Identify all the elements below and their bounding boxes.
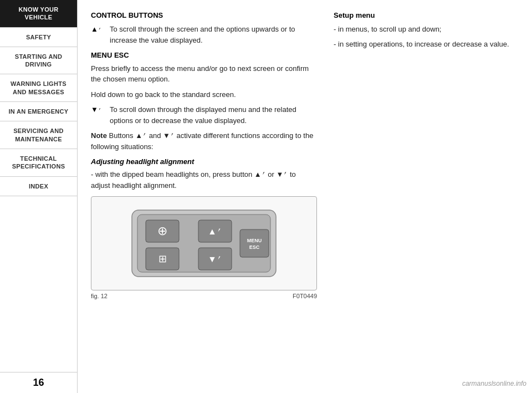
sidebar-item-technical[interactable]: TECHNICAL SPECIFICATIONS (0, 149, 77, 177)
figure-caption-row: fig. 12 F0T0449 (91, 293, 317, 299)
sidebar-item-index[interactable]: INDEX (0, 177, 77, 196)
svg-text:▼⎖: ▼⎖ (208, 254, 222, 264)
right-column: Setup menu - in menus, to scroll up and … (334, 11, 519, 382)
setup-menu-title: Setup menu (334, 11, 519, 19)
up-button-icon: ▲⎖ (91, 25, 106, 33)
sidebar-label-starting-driving: STARTING AND DRIVING (15, 53, 62, 68)
sidebar-label-warning-lights: WARNING LIGHTS AND MESSAGES (11, 80, 66, 95)
menu-esc-description-2: Hold down to go back to the standard scr… (91, 89, 317, 100)
control-buttons-title: CONTROL BUTTONS (91, 11, 317, 19)
up-button-row: ▲⎖ To scroll through the screen and the … (91, 24, 317, 45)
adjusting-description: - with the dipped beam headlights on, pr… (91, 169, 317, 191)
svg-rect-10 (240, 229, 269, 257)
main-content: CONTROL BUTTONS ▲⎖ To scroll through the… (78, 0, 532, 393)
setup-line-2: - in setting operations, to increase or … (334, 39, 519, 50)
sidebar-label-emergency: IN AN EMERGENCY (9, 108, 69, 115)
menu-esc-description-1: Press briefly to access the menu and/or … (91, 63, 317, 85)
note-text: Note Buttons ▲⎖ and ▼⎖ activate differen… (91, 130, 317, 152)
sidebar-item-safety[interactable]: SAFETY (0, 28, 77, 47)
down-button-row: ▼⎖ To scroll down through the displayed … (91, 104, 317, 126)
sidebar-label-safety: SAFETY (26, 34, 51, 40)
figure-code: F0T0449 (293, 293, 317, 299)
up-button-description: To scroll through the screen and the opt… (110, 24, 317, 45)
setup-list: - in menus, to scroll up and down; - in … (334, 24, 519, 50)
sidebar-label-index: INDEX (29, 183, 48, 190)
sidebar-label-technical: TECHNICAL SPECIFICATIONS (12, 155, 65, 170)
sidebar-item-emergency[interactable]: IN AN EMERGENCY (0, 102, 77, 121)
adjusting-title: Adjusting headlight alignment (91, 157, 317, 166)
sidebar: KNOW YOUR VEHICLE SAFETY STARTING AND DR… (0, 0, 78, 393)
figure-wrapper: ⊕ ▲⎖ ⊞ ▼⎖ MENU ESC fig. 12 (91, 196, 317, 299)
down-button-icon: ▼⎖ (91, 105, 106, 114)
sidebar-label-servicing: SERVICING AND MAINTENANCE (13, 127, 64, 142)
svg-text:ESC: ESC (249, 244, 260, 250)
sidebar-item-servicing[interactable]: SERVICING AND MAINTENANCE (0, 121, 77, 149)
sidebar-item-warning-lights[interactable]: WARNING LIGHTS AND MESSAGES (0, 74, 77, 102)
svg-text:⊞: ⊞ (158, 253, 167, 264)
svg-text:▲⎖: ▲⎖ (208, 227, 222, 236)
setup-line-1: - in menus, to scroll up and down; (334, 24, 519, 35)
svg-text:MENU: MENU (247, 238, 262, 243)
sidebar-label-know-your-vehicle: KNOW YOUR VEHICLE (18, 6, 58, 21)
left-column: CONTROL BUTTONS ▲⎖ To scroll through the… (91, 11, 317, 382)
sidebar-item-starting-driving[interactable]: STARTING AND DRIVING (0, 47, 77, 75)
figure-container: ⊕ ▲⎖ ⊞ ▼⎖ MENU ESC (91, 196, 317, 290)
control-panel-svg: ⊕ ▲⎖ ⊞ ▼⎖ MENU ESC (126, 205, 282, 282)
watermark: carmanuslsonline.info (462, 380, 526, 387)
svg-text:⊕: ⊕ (157, 224, 167, 238)
down-button-description: To scroll down through the displayed men… (110, 104, 317, 126)
sidebar-item-know-your-vehicle[interactable]: KNOW YOUR VEHICLE (0, 0, 77, 28)
menu-esc-label: MENU ESC (91, 50, 317, 61)
page-number: 16 (0, 372, 77, 393)
figure-label: fig. 12 (91, 293, 108, 299)
